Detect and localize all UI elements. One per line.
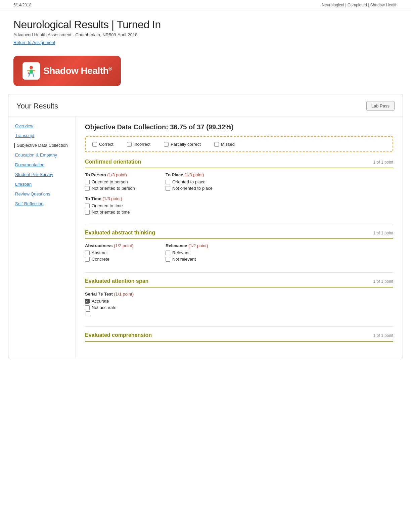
logo-text: Shadow Health® bbox=[43, 65, 112, 76]
not-oriented-to-time-checkbox[interactable] bbox=[85, 210, 90, 215]
not-oriented-to-place-checkbox[interactable] bbox=[166, 186, 170, 191]
not-relevant-option: Not relevant bbox=[166, 257, 226, 262]
serial7s-title: Serial 7s Test (1/1 point) bbox=[85, 292, 393, 297]
section-heading: Objective Data Collection: 36.75 of 37 (… bbox=[85, 123, 393, 131]
relevance-points: (1/2 point) bbox=[188, 243, 208, 248]
content-area: OverviewTranscriptSubjective Data Collec… bbox=[8, 117, 403, 358]
not-relevant-checkbox[interactable] bbox=[166, 257, 170, 262]
oriented-to-place-checkbox[interactable] bbox=[166, 180, 170, 184]
not-accurate-option: Not accurate bbox=[85, 305, 393, 310]
abstractness-points: (1/2 point) bbox=[114, 243, 134, 248]
sidebar-item-transcript[interactable]: Transcript bbox=[14, 133, 70, 138]
to-place-points: (1/3 point) bbox=[184, 172, 204, 177]
abstractness-title: Abstractness (1/2 point) bbox=[85, 243, 145, 248]
abstract-thinking-section: Evaluated abstract thinking 1 of 1 point… bbox=[85, 230, 393, 263]
correct-checkbox[interactable] bbox=[92, 142, 97, 147]
to-place-title: To Place (1/3 point) bbox=[166, 172, 226, 177]
serial7s-points: (1/1 point) bbox=[114, 292, 134, 297]
orientation-options-grid: To Person (1/3 point) Oriented to person… bbox=[85, 172, 393, 192]
abstract-checkbox[interactable] bbox=[85, 251, 90, 255]
missed-label: Missed bbox=[221, 142, 235, 147]
oriented-to-person-checkbox[interactable] bbox=[85, 180, 90, 184]
not-oriented-to-place-option: Not oriented to place bbox=[166, 186, 226, 191]
sidebar-item-review-questions[interactable]: Review Questions bbox=[14, 191, 70, 196]
confirmed-orientation-points: 1 of 1 point bbox=[373, 160, 393, 165]
abstract-thinking-points: 1 of 1 point bbox=[373, 231, 393, 235]
confirmed-orientation-title: Confirmed orientation bbox=[85, 159, 141, 165]
comprehension-title: Evaluated comprehension bbox=[85, 332, 152, 338]
incorrect-label: Incorrect bbox=[134, 142, 151, 147]
results-header: Your Results Lab Pass bbox=[8, 94, 403, 117]
concrete-checkbox[interactable] bbox=[85, 257, 90, 262]
sidebar: OverviewTranscriptSubjective Data Collec… bbox=[8, 117, 76, 358]
accurate-option: Accurate bbox=[85, 299, 393, 304]
divider-1 bbox=[85, 224, 393, 224]
filter-partially: Partially correct bbox=[164, 142, 201, 147]
not-accurate-checkbox[interactable] bbox=[85, 305, 90, 310]
extra-checkbox[interactable] bbox=[86, 311, 90, 316]
attention-span-section: Evaluated attention span 1 of 1 point Se… bbox=[85, 278, 393, 317]
main-content: Objective Data Collection: 36.75 of 37 (… bbox=[76, 117, 403, 358]
comprehension-points: 1 of 1 point bbox=[373, 333, 393, 338]
top-bar-title: Neurological | Completed | Shadow Health bbox=[322, 3, 398, 7]
page-header: Neurological Results | Turned In Advance… bbox=[0, 10, 411, 50]
sidebar-item-documentation[interactable]: Documentation bbox=[14, 162, 70, 167]
sidebar-item-education---empathy[interactable]: Education & Empathy bbox=[14, 152, 70, 158]
partial-checkbox[interactable] bbox=[164, 142, 169, 147]
to-time-title: To Time (1/3 point) bbox=[85, 196, 393, 201]
svg-rect-2 bbox=[27, 70, 30, 71]
svg-point-0 bbox=[30, 66, 33, 69]
abstract-thinking-title: Evaluated abstract thinking bbox=[85, 230, 155, 236]
not-accurate-label: Not accurate bbox=[92, 305, 117, 310]
comprehension-section: Evaluated comprehension 1 of 1 point bbox=[85, 332, 393, 342]
partial-label: Partially correct bbox=[171, 142, 201, 147]
filter-missed: Missed bbox=[214, 142, 235, 147]
not-relevant-label: Not relevant bbox=[172, 257, 196, 262]
top-bar: 5/14/2018 Neurological | Completed | Sha… bbox=[0, 0, 411, 10]
return-to-assignment-link[interactable]: Return to Assignment bbox=[13, 40, 55, 45]
concrete-option: Concrete bbox=[85, 257, 145, 262]
to-person-points: (1/3 point) bbox=[107, 172, 127, 177]
missed-checkbox[interactable] bbox=[214, 142, 219, 147]
relevant-checkbox[interactable] bbox=[166, 251, 170, 255]
attention-span-title: Evaluated attention span bbox=[85, 278, 148, 284]
accurate-checkbox[interactable] bbox=[85, 299, 90, 304]
page-title: Neurological Results | Turned In bbox=[13, 18, 398, 31]
incorrect-checkbox[interactable] bbox=[127, 142, 132, 147]
concrete-label: Concrete bbox=[92, 257, 109, 262]
abstractness-col: Abstractness (1/2 point) Abstract Concre… bbox=[85, 243, 145, 263]
relevance-col: Relevance (1/2 point) Relevant Not relev… bbox=[166, 243, 226, 263]
logo-svg bbox=[25, 65, 37, 77]
sidebar-item-self-reflection[interactable]: Self-Reflection bbox=[14, 201, 70, 206]
abstract-label: Abstract bbox=[92, 250, 108, 255]
divider-2 bbox=[85, 272, 393, 273]
oriented-to-time-option: Oriented to time bbox=[85, 203, 393, 208]
oriented-to-time-checkbox[interactable] bbox=[85, 204, 90, 208]
to-place-col: To Place (1/3 point) Oriented to place N… bbox=[166, 172, 226, 192]
filter-incorrect: Incorrect bbox=[127, 142, 151, 147]
filter-correct: Correct bbox=[92, 142, 113, 147]
oriented-to-time-label: Oriented to time bbox=[92, 203, 123, 208]
not-oriented-to-person-label: Not oriented to person bbox=[92, 186, 135, 191]
to-person-col: To Person (1/3 point) Oriented to person… bbox=[85, 172, 145, 192]
not-oriented-to-person-option: Not oriented to person bbox=[85, 186, 145, 191]
svg-rect-3 bbox=[33, 70, 35, 71]
accurate-label: Accurate bbox=[92, 299, 109, 304]
oriented-to-place-option: Oriented to place bbox=[166, 179, 226, 184]
sidebar-item-subjective-data-collection[interactable]: Subjective Data Collection bbox=[14, 143, 70, 148]
sidebar-item-student-pre-survey[interactable]: Student Pre-Survey bbox=[14, 172, 70, 177]
sidebar-item-overview[interactable]: Overview bbox=[14, 123, 70, 128]
relevant-label: Relevant bbox=[172, 250, 189, 255]
logo-section: Shadow Health® bbox=[0, 50, 411, 94]
shadow-health-logo: Shadow Health® bbox=[13, 56, 121, 86]
filter-box: Correct Incorrect Partially correct Miss… bbox=[85, 136, 393, 152]
svg-rect-1 bbox=[30, 70, 33, 74]
not-oriented-to-time-label: Not oriented to time bbox=[92, 210, 130, 215]
sidebar-item-lifespan[interactable]: Lifespan bbox=[14, 182, 70, 187]
relevant-option: Relevant bbox=[166, 250, 226, 255]
not-oriented-to-person-checkbox[interactable] bbox=[85, 186, 90, 191]
not-oriented-to-time-option: Not oriented to time bbox=[85, 210, 393, 215]
lab-pass-button[interactable]: Lab Pass bbox=[366, 101, 395, 111]
main-container: Your Results Lab Pass OverviewTranscript… bbox=[8, 94, 403, 358]
oriented-to-person-label: Oriented to person bbox=[92, 179, 128, 184]
